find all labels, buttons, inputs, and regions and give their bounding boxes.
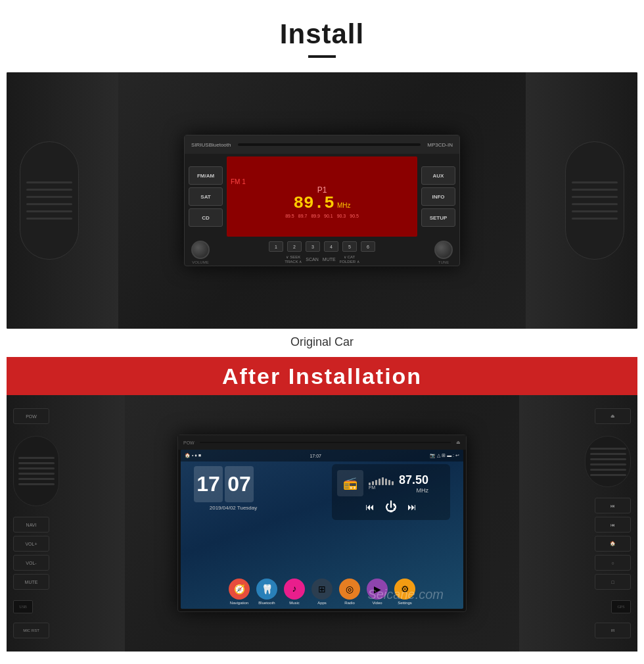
after-installation-text: After Installation bbox=[222, 364, 422, 389]
radio-fm-label: FM bbox=[369, 485, 394, 490]
music-app[interactable]: ♪ Music bbox=[284, 579, 305, 605]
fm-label: FM 1 bbox=[227, 176, 250, 185]
android-screen[interactable]: 🏠 • ♦ ■ 17:07 📷 △ ⊞ ▬ : ↩ 17 07 2019/04/… bbox=[181, 450, 463, 609]
radio-widget: 📻 bbox=[332, 464, 450, 520]
preset-5[interactable]: 5 bbox=[342, 241, 357, 252]
page-title-section: Install bbox=[0, 0, 644, 64]
preset-buttons: 1 2 3 4 5 6 bbox=[269, 241, 375, 252]
apps-label: Apps bbox=[317, 601, 327, 605]
after-car-bg: POW NAVI VOL+ VOL- MUTE bbox=[7, 395, 637, 652]
home-btn[interactable]: 🏠 bbox=[595, 536, 631, 552]
status-icons-right: 📷 △ ⊞ ▬ : ↩ bbox=[430, 453, 459, 458]
mute-button[interactable]: MUTE bbox=[13, 574, 49, 590]
radio-widget-icon: 📻 bbox=[337, 470, 363, 496]
radio-freq-display: 87.50 MHz bbox=[399, 473, 428, 494]
setup-button[interactable]: SETUP bbox=[421, 208, 455, 227]
cd-button[interactable]: CD bbox=[189, 208, 223, 227]
after-car-image: POW NAVI VOL+ VOL- MUTE bbox=[7, 395, 637, 652]
back-btn[interactable]: ○ bbox=[595, 555, 631, 571]
radio-unit: MHz bbox=[417, 487, 429, 494]
radio-app[interactable]: ◎ Radio bbox=[339, 579, 360, 605]
vol-plus-button[interactable]: VOL+ bbox=[13, 536, 49, 552]
navi-button[interactable]: NAVI bbox=[13, 517, 49, 533]
skip-forward-btn[interactable]: ⏭ bbox=[595, 498, 631, 513]
mute-btn[interactable]: MUTE bbox=[323, 257, 336, 264]
after-installation-banner: After Installation bbox=[7, 357, 637, 395]
clock-hour: 17 bbox=[194, 466, 223, 502]
bluetooth-label: Bluetooth bbox=[258, 601, 275, 605]
orig-vent-right bbox=[565, 141, 624, 260]
music-label: Music bbox=[289, 601, 300, 605]
bluetooth-icon: 🦷 bbox=[256, 579, 277, 600]
freq-unit: MHz bbox=[337, 202, 351, 209]
navigation-icon: 🧭 bbox=[229, 579, 250, 600]
sat-button[interactable]: SAT bbox=[189, 187, 223, 206]
prev-prev-btn[interactable]: ⏮ bbox=[365, 502, 375, 513]
fmam-button[interactable]: FM/AM bbox=[189, 166, 223, 185]
original-car-bg: SIRIUS Bluetooth MP3 CD-IN FM/AM SAT CD bbox=[7, 72, 637, 329]
original-car-image: SIRIUS Bluetooth MP3 CD-IN FM/AM SAT CD bbox=[7, 72, 637, 329]
seek-track-btn[interactable]: ∨ SEEKTRACK ∧ bbox=[285, 254, 302, 264]
radio-left-buttons: FM/AM SAT CD bbox=[189, 156, 223, 237]
next-next-btn[interactable]: ⏭ bbox=[407, 502, 417, 513]
android-unit-top: POW ⏏ bbox=[178, 435, 466, 450]
main-content: SIRIUS Bluetooth MP3 CD-IN FM/AM SAT CD bbox=[7, 64, 637, 664]
clock-digits: 17 07 bbox=[194, 466, 273, 502]
after-installation-section: After Installation POW bbox=[7, 357, 637, 652]
radio-right-buttons: AUX INFO SETUP bbox=[421, 156, 455, 237]
preset-1[interactable]: 1 bbox=[269, 241, 283, 252]
radio-top-bar: SIRIUS Bluetooth MP3 CD-IN bbox=[185, 135, 459, 154]
preset-2[interactable]: 2 bbox=[287, 241, 302, 252]
skip-back-btn[interactable]: ⏮ bbox=[595, 517, 631, 533]
vol-minus-button[interactable]: VOL- bbox=[13, 555, 49, 571]
seicane-watermark: Seicane.com bbox=[367, 587, 444, 602]
radio-display: FM 1 P1 89.5 MHz 89.589.789.990.190.390.… bbox=[227, 156, 417, 237]
clock-date: 2019/04/02 Tuesday bbox=[194, 505, 273, 511]
radio-main-body: FM/AM SAT CD FM 1 P1 89.5 MHz bbox=[185, 154, 459, 239]
original-car-label: Original Car bbox=[7, 329, 637, 354]
volume-knob[interactable] bbox=[191, 241, 210, 259]
preset-4[interactable]: 4 bbox=[324, 241, 338, 252]
eject-btn-right[interactable]: ⏏ bbox=[595, 408, 631, 424]
navigation-app[interactable]: 🧭 Navigation bbox=[229, 579, 250, 605]
info-button[interactable]: INFO bbox=[421, 187, 455, 206]
original-radio-unit: SIRIUS Bluetooth MP3 CD-IN FM/AM SAT CD bbox=[184, 135, 460, 266]
usb-port: USB bbox=[13, 600, 33, 613]
radio-frequency: 87.50 bbox=[399, 473, 428, 487]
gps-port: GPS bbox=[611, 600, 631, 613]
original-car-section: SIRIUS Bluetooth MP3 CD-IN FM/AM SAT CD bbox=[7, 72, 637, 354]
play-pause-btn[interactable]: ⏻ bbox=[385, 500, 397, 514]
preset-3[interactable]: 3 bbox=[306, 241, 320, 252]
title-underline bbox=[308, 55, 336, 58]
navigation-label: Navigation bbox=[230, 601, 248, 605]
ir-label: IR bbox=[595, 623, 631, 638]
music-icon: ♪ bbox=[284, 579, 305, 600]
media-controls-row: ⏮ ⏻ ⏭ bbox=[365, 500, 417, 514]
car-panel-right: ⏏ ⏭ ⏮ 🏠 ○ □ bbox=[519, 395, 637, 652]
page-title: Install bbox=[0, 18, 644, 50]
eject-icon[interactable]: ⏏ bbox=[456, 440, 461, 445]
apps-icon: ⊞ bbox=[311, 579, 333, 600]
preset-6[interactable]: 6 bbox=[361, 241, 375, 252]
radio-icon: ◎ bbox=[339, 579, 360, 600]
aux-button[interactable]: AUX bbox=[421, 166, 455, 185]
menu-btn[interactable]: □ bbox=[595, 574, 631, 590]
pow-button[interactable]: POW bbox=[13, 408, 49, 424]
frequency-display: 89.5 bbox=[294, 195, 334, 212]
android-status-bar: 🏠 • ♦ ■ 17:07 📷 △ ⊞ ▬ : ↩ bbox=[181, 450, 463, 462]
pow-label: POW bbox=[183, 440, 195, 445]
radio-widget-info: FM bbox=[369, 477, 394, 490]
bluetooth-label: Bluetooth bbox=[209, 142, 231, 148]
android-head-unit: POW ⏏ 🏠 • ♦ ■ 17:07 📷 △ ⊞ ▬ : ↩ bbox=[177, 435, 467, 612]
apps-app[interactable]: ⊞ Apps bbox=[311, 579, 333, 605]
radio-label: Radio bbox=[344, 601, 355, 605]
tune-knob[interactable] bbox=[434, 241, 453, 259]
cat-folder-btn[interactable]: ∨ CATFOLDER ∧ bbox=[340, 254, 359, 264]
right-vent bbox=[585, 436, 631, 487]
bluetooth-app[interactable]: 🦷 Bluetooth bbox=[256, 579, 277, 605]
car-panel-left: POW NAVI VOL+ VOL- MUTE bbox=[7, 395, 125, 652]
mic-rst-button[interactable]: MIC RST bbox=[13, 623, 49, 638]
sirius-label: SIRIUS bbox=[191, 142, 209, 148]
scan-btn[interactable]: SCAN bbox=[306, 257, 318, 264]
signal-bars bbox=[369, 477, 394, 485]
